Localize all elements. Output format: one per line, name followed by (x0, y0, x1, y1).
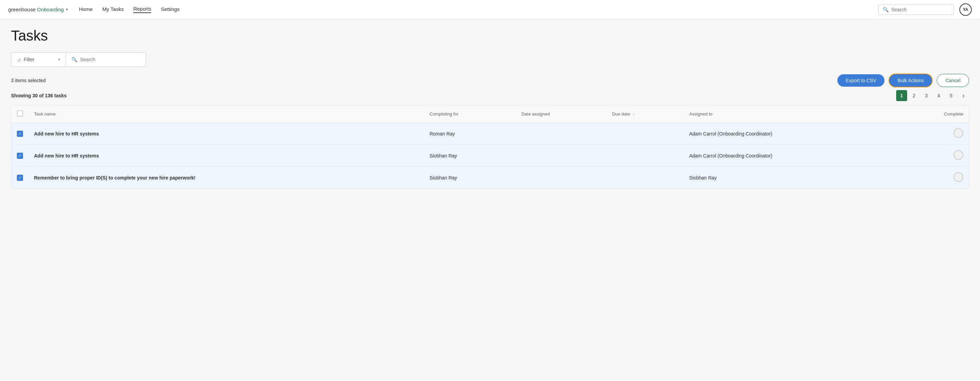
table-row: ✓ Add new hire to HR systems Roman Ray A… (11, 123, 969, 145)
nav-settings[interactable]: Settings (161, 6, 179, 13)
row-due-date-0 (606, 123, 684, 145)
col-date-assigned-label: Date assigned (521, 112, 550, 116)
table-body: ✓ Add new hire to HR systems Roman Ray A… (11, 123, 969, 189)
col-assigned-to-label: Assigned to (689, 112, 713, 116)
col-assigned-to: Assigned to (684, 105, 900, 123)
row-completing-for-0: Roman Ray (424, 123, 516, 145)
filter-chevron-icon: ▾ (58, 57, 60, 62)
page-3-button[interactable]: 3 (921, 90, 932, 101)
row-complete-cell-0 (900, 123, 969, 145)
tasks-table-container: Task name Completing for Date assigned D… (11, 105, 969, 189)
row-date-assigned-1 (516, 145, 606, 167)
row-checkbox-1[interactable]: ✓ (17, 153, 23, 159)
user-avatar[interactable]: YA (959, 3, 972, 16)
col-due-date-label: Due date (612, 112, 630, 116)
row-task-name-2: Remember to bring proper ID(S) to comple… (29, 167, 424, 189)
row-checkbox-0[interactable]: ✓ (17, 131, 23, 137)
col-date-assigned: Date assigned (516, 105, 606, 123)
nav-my-tasks[interactable]: My Tasks (102, 6, 124, 13)
table-header-row: Task name Completing for Date assigned D… (11, 105, 969, 123)
pagination: 1 2 3 4 5 › (896, 90, 969, 101)
filter-button[interactable]: ⊿ Filter ▾ (11, 52, 66, 67)
row-checkbox-2[interactable]: ✓ (17, 175, 23, 181)
row-complete-cell-2 (900, 167, 969, 189)
brand-onboarding-text: Onboarding (37, 6, 64, 13)
row-assigned-to-0: Adam Carrol (Onboarding Coordinator) (684, 123, 900, 145)
main-content: Tasks ⊿ Filter ▾ 🔍 3 items selected Expo… (0, 19, 980, 197)
col-task-name: Task name (29, 105, 424, 123)
filter-label: Filter (24, 57, 34, 62)
navbar-right: 🔍 YA (878, 3, 972, 16)
complete-circle-2[interactable] (953, 172, 963, 182)
global-search-icon: 🔍 (883, 7, 889, 13)
bulk-actions-button[interactable]: Bulk Actions (889, 73, 932, 87)
table-row: ✓ Remember to bring proper ID(S) to comp… (11, 167, 969, 189)
row-task-name-1: Add new hire to HR systems (29, 145, 424, 167)
row-due-date-2 (606, 167, 684, 189)
col-complete-label: Complete (944, 112, 963, 116)
cancel-button[interactable]: Cancel (937, 74, 969, 87)
page-1-button[interactable]: 1 (896, 90, 907, 101)
filter-bar: ⊿ Filter ▾ 🔍 (11, 52, 969, 67)
page-2-button[interactable]: 2 (908, 90, 920, 101)
export-csv-button[interactable]: Export to CSV (837, 74, 885, 87)
page-title: Tasks (11, 27, 969, 44)
row-due-date-1 (606, 145, 684, 167)
row-checkbox-cell-2: ✓ (11, 167, 29, 189)
table-search-icon: 🔍 (72, 57, 77, 62)
complete-circle-1[interactable] (953, 150, 963, 160)
row-checkbox-cell-1: ✓ (11, 145, 29, 167)
showing-text: Showing 30 of 136 tasks (11, 93, 67, 98)
complete-circle-0[interactable] (953, 128, 963, 138)
global-search-input[interactable] (891, 7, 950, 13)
col-completing-for-label: Completing for (430, 112, 459, 116)
brand-greenhouse-text: greenhouse (8, 6, 35, 13)
nav-links: Home My Tasks Reports Settings (79, 6, 867, 13)
table-search-input[interactable] (80, 57, 140, 62)
table-search-box[interactable]: 🔍 (66, 52, 146, 67)
col-task-name-label: Task name (34, 112, 56, 116)
header-checkbox[interactable] (17, 110, 23, 116)
due-date-sort-icon: ↑ (633, 112, 635, 116)
tasks-table: Task name Completing for Date assigned D… (11, 105, 969, 188)
global-search-box[interactable]: 🔍 (878, 5, 954, 15)
header-checkbox-cell (11, 105, 29, 123)
row-completing-for-1: Siobhan Ray (424, 145, 516, 167)
table-row: ✓ Add new hire to HR systems Siobhan Ray… (11, 145, 969, 167)
row-date-assigned-0 (516, 123, 606, 145)
col-complete: Complete (900, 105, 969, 123)
brand-chevron-icon: ▾ (66, 7, 68, 12)
pagination-next-button[interactable]: › (958, 90, 969, 101)
filter-funnel-icon: ⊿ (17, 57, 21, 62)
col-completing-for: Completing for (424, 105, 516, 123)
nav-home[interactable]: Home (79, 6, 93, 13)
col-due-date[interactable]: Due date ↑ (606, 105, 684, 123)
navbar: greenhouse Onboarding ▾ Home My Tasks Re… (0, 0, 980, 19)
row-assigned-to-2: Siobhan Ray (684, 167, 900, 189)
brand-logo[interactable]: greenhouse Onboarding ▾ (8, 6, 68, 13)
row-complete-cell-1 (900, 145, 969, 167)
table-info-bar: Showing 30 of 136 tasks 1 2 3 4 5 › (11, 90, 969, 101)
selected-count-text: 3 items selected (11, 78, 46, 83)
page-5-button[interactable]: 5 (946, 90, 957, 101)
row-checkbox-cell-0: ✓ (11, 123, 29, 145)
row-task-name-0: Add new hire to HR systems (29, 123, 424, 145)
row-completing-for-2: Siobhan Ray (424, 167, 516, 189)
row-date-assigned-2 (516, 167, 606, 189)
page-4-button[interactable]: 4 (933, 90, 944, 101)
actions-bar: 3 items selected Export to CSV Bulk Acti… (11, 73, 969, 87)
row-assigned-to-1: Adam Carrol (Onboarding Coordinator) (684, 145, 900, 167)
nav-reports[interactable]: Reports (133, 6, 151, 13)
